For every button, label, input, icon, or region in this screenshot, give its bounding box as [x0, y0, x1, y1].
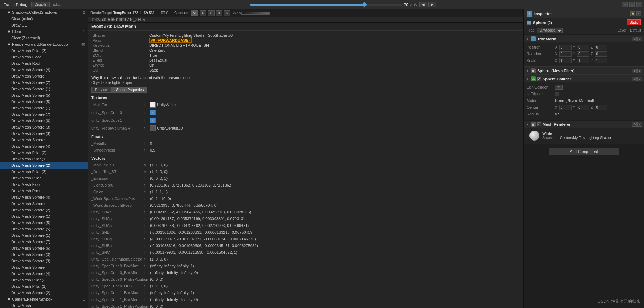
left-panel-item-26[interactable]: Draw Mesh Pillar [0, 175, 88, 181]
disable-button[interactable]: Disable [31, 2, 49, 7]
left-panel-item-3[interactable]: ▼ Clear1 [0, 28, 88, 35]
mesh-filter-settings-icon[interactable]: ⚙ [632, 69, 637, 73]
left-panel-item-10[interactable]: Draw Mesh Sphere [0, 73, 88, 79]
left-panel-item-36[interactable]: Draw Mesh Sphere (7) [0, 239, 88, 245]
left-panel-item-14[interactable]: Draw Mesh Sphere (5) [0, 98, 88, 105]
transform-settings-icon[interactable]: ⚙ [632, 37, 637, 41]
sphere-collider-header[interactable]: ▼ ◎ Sphere Collider ⚙ ≡ [524, 75, 644, 82]
left-panel-item-30[interactable]: Draw Mesh Sphere [0, 200, 88, 207]
center-x-field[interactable] [559, 105, 572, 110]
sphere-collider-menu-icon[interactable]: ≡ [637, 77, 642, 81]
scale-y-field[interactable] [577, 58, 589, 63]
scrubber-track[interactable] [250, 4, 403, 6]
mesh-renderer-settings-icon[interactable]: ⚙ [632, 122, 637, 127]
rot-y-field[interactable] [577, 51, 589, 57]
channel-b-btn[interactable]: B [216, 10, 222, 16]
left-panel-item-15[interactable]: Draw Mesh Sphere (1) [0, 105, 88, 111]
scale-z-field[interactable] [595, 58, 607, 63]
left-panel-item-27[interactable]: Draw Mesh Floor [0, 181, 88, 188]
left-panel-item-11[interactable]: Draw Mesh Sphere (2) [0, 79, 88, 86]
center-y-field[interactable] [577, 105, 589, 110]
pos-z-field[interactable] [595, 45, 607, 50]
close-icon[interactable]: × [636, 2, 642, 7]
mesh-renderer-menu-icon[interactable]: ≡ [637, 122, 642, 127]
transform-menu-icon[interactable]: ≡ [637, 37, 642, 41]
left-panel-item-35[interactable]: Draw Mesh Sphere (1) [0, 232, 88, 239]
menu-icon[interactable]: ≡ [622, 2, 628, 7]
preview-tab-btn[interactable]: Preview [91, 87, 112, 93]
channel-a-btn[interactable]: A [224, 10, 230, 16]
left-panel-item-6[interactable]: Draw Mesh Pillar (3) [0, 47, 88, 54]
rot-x-field[interactable] [559, 51, 572, 57]
left-panel-item-33[interactable]: Draw Mesh Sphere (5) [0, 219, 88, 226]
vec-val-5: (0, 1, -10, 0) [150, 196, 171, 201]
left-panel-item-24[interactable]: Draw Mesh Sphere (2) [0, 162, 88, 169]
inspector-content[interactable]: ▼ ↔ Transform ⚙ ≡ Position X Y Z [524, 34, 644, 308]
left-panel-item-39[interactable]: Draw Mesh Sphere (3) [0, 258, 88, 264]
channel-g-btn[interactable]: G [208, 10, 215, 16]
left-panel-item-38[interactable]: Draw Mesh Sphere (3) [0, 251, 88, 258]
left-panel-item-16[interactable]: Draw Mesh Sphere (7) [0, 111, 88, 118]
left-panel-item-19[interactable]: Draw Mesh Sphere (3) [0, 130, 88, 137]
object-active-checkbox[interactable] [527, 21, 531, 25]
edit-collider-btn[interactable]: ✏ [555, 85, 563, 90]
center-z-field[interactable] [595, 105, 607, 110]
menu-icon[interactable]: ≡ [636, 11, 641, 16]
left-panel-item-41[interactable]: Draw Mesh Sphere (4) [0, 270, 88, 277]
scrubber-next-btn[interactable]: ▶ [428, 2, 436, 7]
mesh-renderer-checkbox[interactable] [537, 122, 541, 126]
pos-x-field[interactable] [559, 45, 572, 50]
mesh-filter-header[interactable]: ▼ ▦ Sphere (Mesh Filter) ⚙ ≡ [524, 67, 644, 74]
mesh-filter-menu-icon[interactable]: ≡ [637, 69, 642, 73]
rot-z-field[interactable] [595, 51, 607, 57]
left-panel-item-20[interactable]: Draw Mesh Sphere [0, 137, 88, 143]
sphere-collider-settings-icon[interactable]: ⚙ [632, 77, 637, 81]
add-component-btn[interactable]: Add Component [549, 148, 619, 155]
left-panel-item-37[interactable]: Draw Mesh Sphere (6) [0, 245, 88, 251]
lock-icon[interactable]: 🔒 [630, 11, 635, 16]
left-panel-item-46[interactable]: Draw Mesh [0, 302, 88, 308]
mesh-renderer-header[interactable]: ▼ ▦ Mesh Renderer ⚙ ≡ [524, 121, 644, 128]
shader-props-tab-btn[interactable]: ShaderProperties [112, 87, 148, 93]
left-panel-item-18[interactable]: Draw Mesh Sphere (3) [0, 124, 88, 130]
left-panel-item-17[interactable]: Draw Mesh Sphere (6) [0, 118, 88, 124]
sphere-collider-checkbox[interactable] [537, 77, 541, 81]
left-panel-item-5[interactable]: ▼ RenderForward.RenderLoopJob40 [0, 41, 88, 47]
left-panel-item-25[interactable]: Draw Mesh Pillar (3) [0, 169, 88, 175]
left-panel-item-32[interactable]: Draw Mesh Sphere (1) [0, 213, 88, 219]
left-panel-item-21[interactable]: Draw Mesh Sphere (4) [0, 143, 88, 149]
left-panel-item-23[interactable]: Draw Mesh Pillar (1) [0, 156, 88, 162]
left-panel-item-8[interactable]: Draw Mesh Roof [0, 60, 88, 67]
left-panel-item-31[interactable]: Draw Mesh Sphere (2) [0, 207, 88, 213]
left-panel-item-28[interactable]: Draw Mesh Roof [0, 188, 88, 194]
channel-all-btn[interactable]: All [191, 10, 198, 16]
left-panel-item-9[interactable]: Draw Mesh Sphere (4) [0, 67, 88, 73]
left-panel-item-1[interactable]: Clear (color) [0, 16, 88, 22]
left-panel-item-13[interactable]: Draw Mesh Sphere (5) [0, 92, 88, 98]
left-panel-item-4[interactable]: Clear (Z+stencil) [0, 35, 88, 41]
left-panel-item-34[interactable]: Draw Mesh Sphere (5) [0, 226, 88, 232]
left-panel-item-7[interactable]: Draw Mesh Floor [0, 54, 88, 60]
left-panel-item-29[interactable]: Draw Mesh Sphere (4) [0, 194, 88, 200]
scale-x-field[interactable] [559, 58, 572, 63]
left-panel-item-43[interactable]: Draw Mesh Pillar (1) [0, 283, 88, 290]
left-panel-item-0[interactable]: ▼ Shadows.CollectShadows2 [0, 9, 88, 16]
left-panel-item-12[interactable]: Draw Mesh Sphere (1) [0, 86, 88, 92]
left-panel-item-40[interactable]: Draw Mesh Sphere [0, 264, 88, 270]
maximize-icon[interactable]: □ [629, 2, 635, 7]
left-panel-item-45[interactable]: ▼ Camera.RenderSkybox1 [0, 296, 88, 302]
channel-r-btn[interactable]: R [200, 10, 206, 16]
frame-debug-title: Frame Debug [0, 2, 31, 7]
static-button[interactable]: Static [627, 19, 641, 25]
tag-dropdown[interactable]: Untagged [537, 28, 563, 33]
left-panel-item-44[interactable]: Draw Mesh Sphere (2) [0, 290, 88, 296]
left-panel-item-42[interactable]: Draw Mesh Pillar (2) [0, 277, 88, 283]
transform-header[interactable]: ▼ ↔ Transform ⚙ ≡ [524, 35, 644, 42]
is-trigger-checkbox[interactable] [555, 92, 559, 96]
left-panel-item-2[interactable]: Draw GL [0, 22, 88, 28]
pos-y-field[interactable] [577, 45, 589, 50]
left-panel-item-22[interactable]: Draw Mesh Pillar (2) [0, 149, 88, 156]
scrubber-prev-btn[interactable]: ◀ [419, 2, 427, 7]
content-area[interactable]: Shader Custom/My First Lighting Shader, … [88, 31, 523, 308]
transform-arrow: ▼ [526, 38, 529, 41]
